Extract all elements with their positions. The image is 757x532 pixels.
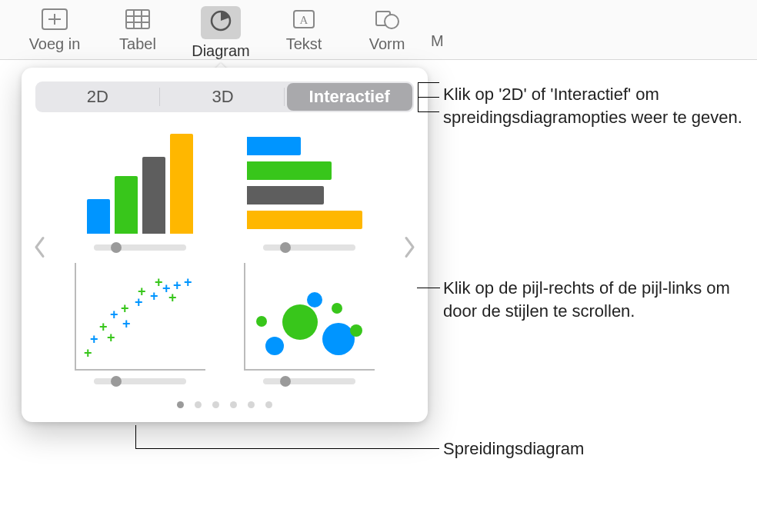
toolbar-table[interactable]: Tabel (98, 6, 177, 53)
callout-line (135, 425, 136, 448)
svg-rect-3 (126, 10, 149, 28)
page-dot[interactable] (177, 401, 184, 408)
page-dot[interactable] (230, 401, 237, 408)
bar-chart-thumbnail (244, 129, 375, 237)
table-icon (124, 6, 152, 32)
callout-text: Klik op de pijl-rechts of de pijl-links … (443, 278, 730, 321)
text-icon: A (290, 6, 318, 32)
toolbar-label: Diagram (192, 42, 250, 60)
bubble-chart-thumbnail (244, 263, 375, 371)
toolbar: Voeg in Tabel Diagram A Tekst Vorm M (0, 0, 757, 60)
toolbar-label: Tabel (119, 35, 156, 53)
page-dot[interactable] (265, 401, 272, 408)
callout-line (418, 82, 439, 83)
chart-type-segmented: 2D 3D Interactief (35, 81, 414, 112)
chart-icon (207, 8, 235, 34)
chevron-right-icon (403, 237, 415, 258)
tab-interactive[interactable]: Interactief (287, 83, 412, 111)
callout-line (418, 111, 439, 112)
chart-option-column[interactable] (69, 129, 211, 251)
carousel-next-arrow[interactable] (402, 237, 417, 264)
scatter-chart-thumbnail: + + + + + + + + + + + + + + + (75, 263, 205, 371)
callout-tabs: Klik op '2D' of 'Interactief' om spreidi… (443, 83, 751, 128)
style-slider[interactable] (263, 378, 355, 384)
chart-picker-popover: 2D 3D Interactief (22, 68, 428, 422)
svg-text:A: A (300, 14, 308, 26)
toolbar-label: Voeg in (29, 35, 81, 53)
chart-option-scatter[interactable]: + + + + + + + + + + + + + + + (69, 263, 211, 384)
callout-text: Spreidingsdiagram (443, 439, 584, 458)
callout-text: Klik op '2D' of 'Interactief' om spreidi… (443, 85, 742, 127)
style-slider[interactable] (94, 244, 186, 251)
style-slider[interactable] (94, 378, 186, 384)
toolbar-chart[interactable]: Diagram (182, 6, 260, 60)
callout-scatter: Spreidingsdiagram (443, 437, 584, 461)
tab-2d[interactable]: 2D (35, 81, 161, 112)
chart-thumbnail-grid: + + + + + + + + + + + + + + + (69, 129, 380, 384)
style-slider[interactable] (263, 244, 355, 251)
page-dot[interactable] (195, 401, 202, 408)
svg-point-12 (385, 15, 399, 28)
callout-line (417, 288, 440, 288)
chevron-left-icon (34, 237, 46, 258)
column-chart-thumbnail (75, 129, 205, 237)
callout-arrows: Klik op de pijl-rechts of de pijl-links … (443, 277, 751, 322)
toolbar-more-truncated[interactable]: M (431, 6, 454, 50)
shape-icon (373, 6, 401, 32)
toolbar-text[interactable]: A Tekst (265, 6, 343, 53)
toolbar-label: Tekst (286, 35, 322, 53)
callout-line (418, 97, 439, 98)
toolbar-shape[interactable]: Vorm (348, 6, 426, 53)
toolbar-label: Vorm (369, 35, 405, 53)
toolbar-insert[interactable]: Voeg in (15, 6, 94, 53)
toolbar-label: M (431, 32, 444, 50)
chart-option-bubble[interactable] (238, 263, 380, 384)
carousel-prev-arrow[interactable] (32, 237, 48, 264)
insert-icon (41, 6, 68, 32)
page-dot[interactable] (212, 401, 219, 408)
tab-3d[interactable]: 3D (161, 81, 286, 112)
chart-option-bar[interactable] (238, 129, 380, 251)
page-dot[interactable] (248, 401, 255, 408)
chart-style-carousel: + + + + + + + + + + + + + + + (35, 112, 414, 387)
callout-line (135, 448, 439, 449)
carousel-page-dots[interactable] (35, 401, 414, 408)
